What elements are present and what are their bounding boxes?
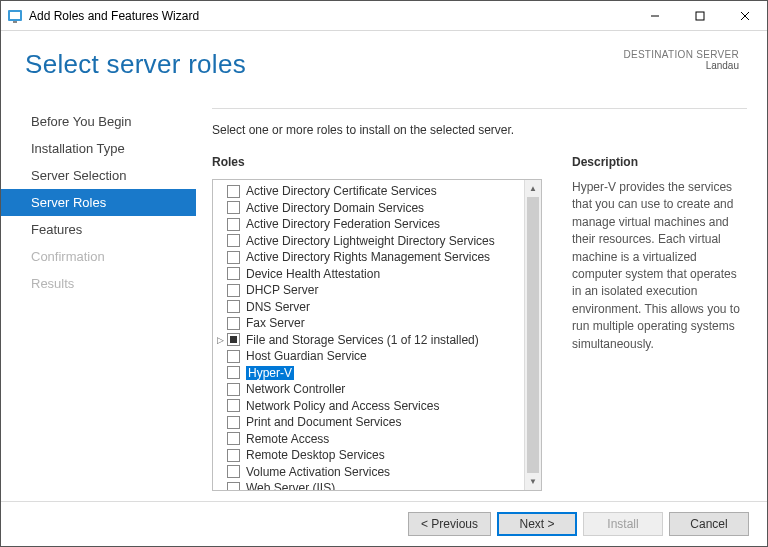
role-checkbox[interactable]: [227, 465, 240, 478]
install-button: Install: [583, 512, 663, 536]
role-row[interactable]: Remote Access: [215, 431, 524, 448]
svg-rect-4: [696, 12, 704, 20]
role-checkbox[interactable]: [227, 201, 240, 214]
role-checkbox[interactable]: [227, 449, 240, 462]
role-checkbox[interactable]: [227, 383, 240, 396]
wizard-window: Add Roles and Features Wizard Select ser…: [0, 0, 768, 547]
role-checkbox[interactable]: [227, 251, 240, 264]
nav-item-features[interactable]: Features: [1, 216, 196, 243]
role-label[interactable]: Active Directory Certificate Services: [246, 184, 437, 198]
role-checkbox[interactable]: [227, 416, 240, 429]
role-row[interactable]: DHCP Server: [215, 282, 524, 299]
header: Select server roles DESTINATION SERVER L…: [1, 31, 767, 94]
app-icon: [7, 8, 23, 24]
role-label[interactable]: Active Directory Domain Services: [246, 201, 424, 215]
nav-item-server-roles[interactable]: Server Roles: [1, 189, 196, 216]
role-checkbox[interactable]: [227, 267, 240, 280]
window-controls: [632, 1, 767, 30]
previous-button[interactable]: < Previous: [408, 512, 491, 536]
footer: < Previous Next > Install Cancel: [1, 501, 767, 546]
minimize-button[interactable]: [632, 1, 677, 30]
scroll-thumb[interactable]: [527, 197, 539, 473]
role-label[interactable]: Active Directory Rights Management Servi…: [246, 250, 490, 264]
window-title: Add Roles and Features Wizard: [29, 9, 632, 23]
role-checkbox[interactable]: [227, 234, 240, 247]
role-label[interactable]: DHCP Server: [246, 283, 318, 297]
main-panel: Select one or more roles to install on t…: [196, 94, 767, 501]
role-row[interactable]: Network Policy and Access Services: [215, 398, 524, 415]
destination-info: DESTINATION SERVER Landau: [623, 49, 739, 71]
role-row[interactable]: Print and Document Services: [215, 414, 524, 431]
role-row[interactable]: Network Controller: [215, 381, 524, 398]
scroll-down-icon[interactable]: ▼: [525, 473, 541, 490]
role-label[interactable]: DNS Server: [246, 300, 310, 314]
cancel-button[interactable]: Cancel: [669, 512, 749, 536]
role-row[interactable]: Hyper-V: [215, 365, 524, 382]
next-button[interactable]: Next >: [497, 512, 577, 536]
role-row[interactable]: Volume Activation Services: [215, 464, 524, 481]
role-label[interactable]: File and Storage Services (1 of 12 insta…: [246, 333, 479, 347]
role-row[interactable]: Active Directory Domain Services: [215, 200, 524, 217]
columns: Roles Active Directory Certificate Servi…: [212, 155, 747, 491]
nav-item-results: Results: [1, 270, 196, 297]
role-label[interactable]: Active Directory Federation Services: [246, 217, 440, 231]
role-row[interactable]: Host Guardian Service: [215, 348, 524, 365]
close-button[interactable]: [722, 1, 767, 30]
role-row[interactable]: Active Directory Federation Services: [215, 216, 524, 233]
nav-item-installation-type[interactable]: Installation Type: [1, 135, 196, 162]
role-checkbox[interactable]: [227, 350, 240, 363]
role-label[interactable]: Volume Activation Services: [246, 465, 390, 479]
role-row[interactable]: Fax Server: [215, 315, 524, 332]
description-text: Hyper-V provides the services that you c…: [572, 179, 747, 353]
role-label[interactable]: Remote Access: [246, 432, 329, 446]
roles-list[interactable]: Active Directory Certificate ServicesAct…: [213, 180, 524, 490]
role-row[interactable]: Active Directory Lightweight Directory S…: [215, 233, 524, 250]
maximize-button[interactable]: [677, 1, 722, 30]
role-label[interactable]: Network Controller: [246, 382, 345, 396]
role-checkbox[interactable]: [227, 284, 240, 297]
role-row[interactable]: Device Health Attestation: [215, 266, 524, 283]
role-label[interactable]: Print and Document Services: [246, 415, 401, 429]
role-checkbox[interactable]: [227, 300, 240, 313]
role-label[interactable]: Network Policy and Access Services: [246, 399, 439, 413]
role-row[interactable]: Web Server (IIS): [215, 480, 524, 490]
role-row[interactable]: DNS Server: [215, 299, 524, 316]
role-checkbox[interactable]: [227, 432, 240, 445]
divider: [212, 108, 747, 109]
nav-item-confirmation: Confirmation: [1, 243, 196, 270]
destination-label: DESTINATION SERVER: [623, 49, 739, 60]
role-label[interactable]: Fax Server: [246, 316, 305, 330]
role-row[interactable]: ▷File and Storage Services (1 of 12 inst…: [215, 332, 524, 349]
wizard-nav: Before You BeginInstallation TypeServer …: [1, 94, 196, 501]
role-checkbox[interactable]: [227, 399, 240, 412]
role-checkbox[interactable]: [227, 185, 240, 198]
instruction-text: Select one or more roles to install on t…: [212, 123, 747, 137]
scroll-up-icon[interactable]: ▲: [525, 180, 541, 197]
role-label[interactable]: Device Health Attestation: [246, 267, 380, 281]
scrollbar[interactable]: ▲ ▼: [524, 180, 541, 490]
role-label[interactable]: Host Guardian Service: [246, 349, 367, 363]
role-label[interactable]: Remote Desktop Services: [246, 448, 385, 462]
nav-item-before-you-begin[interactable]: Before You Begin: [1, 108, 196, 135]
role-checkbox[interactable]: [227, 218, 240, 231]
role-checkbox[interactable]: [227, 333, 240, 346]
role-checkbox[interactable]: [227, 482, 240, 490]
nav-item-server-selection[interactable]: Server Selection: [1, 162, 196, 189]
role-row[interactable]: Active Directory Rights Management Servi…: [215, 249, 524, 266]
body: Before You BeginInstallation TypeServer …: [1, 94, 767, 501]
svg-rect-1: [10, 12, 20, 19]
destination-name: Landau: [623, 60, 739, 71]
role-row[interactable]: Active Directory Certificate Services: [215, 183, 524, 200]
role-label[interactable]: Web Server (IIS): [246, 481, 335, 490]
role-row[interactable]: Remote Desktop Services: [215, 447, 524, 464]
role-checkbox[interactable]: [227, 317, 240, 330]
description-heading: Description: [572, 155, 747, 169]
role-checkbox[interactable]: [227, 366, 240, 379]
roles-column: Roles Active Directory Certificate Servi…: [212, 155, 542, 491]
roles-heading: Roles: [212, 155, 542, 169]
expand-icon[interactable]: ▷: [215, 335, 225, 345]
roles-listbox: Active Directory Certificate ServicesAct…: [212, 179, 542, 491]
role-label[interactable]: Hyper-V: [246, 366, 294, 380]
page-heading: Select server roles: [25, 49, 246, 80]
role-label[interactable]: Active Directory Lightweight Directory S…: [246, 234, 495, 248]
